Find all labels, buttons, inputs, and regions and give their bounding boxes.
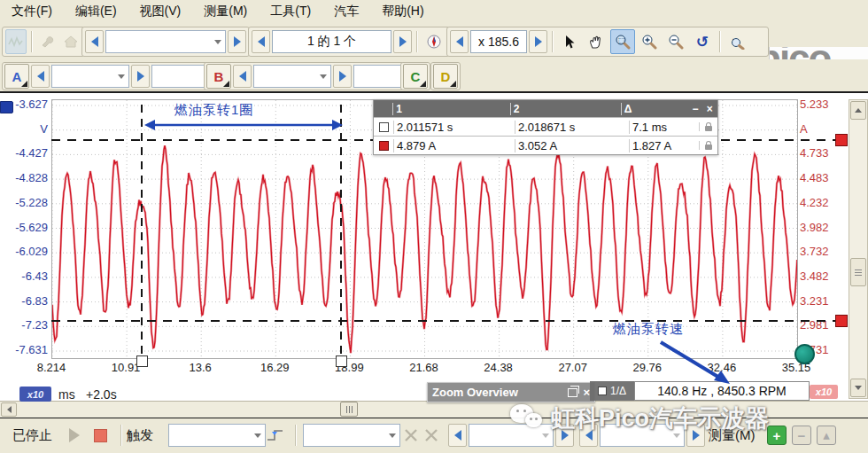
close-icon[interactable]: × bbox=[702, 103, 717, 115]
level-ruler-1-handle[interactable] bbox=[835, 134, 848, 146]
scroll-up-icon[interactable] bbox=[850, 101, 866, 120]
ruler-legend-table[interactable]: 1 2 Δ − × 2.011571 s 2.018671 s 7.1 ms 4… bbox=[373, 99, 718, 155]
vertical-scrollbar[interactable] bbox=[849, 99, 868, 399]
level-delta-value: 1.827 A bbox=[629, 139, 699, 152]
stop-button[interactable] bbox=[94, 424, 107, 447]
ruler-table-header: 1 2 Δ − × bbox=[374, 100, 717, 117]
channel-c-button[interactable]: C bbox=[403, 64, 428, 89]
menu-item[interactable]: 测量(M) bbox=[192, 4, 259, 20]
channel-d-group: D bbox=[430, 62, 461, 90]
hand-pan-tool-icon[interactable] bbox=[584, 29, 608, 54]
horizontal-zoom-icon[interactable]: ↔ bbox=[725, 29, 749, 54]
close-icon[interactable]: × bbox=[583, 386, 590, 399]
edit-measurement-button[interactable]: ▴ bbox=[817, 424, 836, 447]
prev-file-button[interactable] bbox=[85, 30, 104, 53]
time-ruler-2-handle[interactable] bbox=[336, 355, 347, 367]
watermark-text: 虹科Pico汽车示波器 bbox=[551, 402, 769, 434]
y-axis-label-left: -7.631 bbox=[0, 343, 48, 357]
waveform-view-icon[interactable] bbox=[5, 29, 27, 54]
marker-green-dot[interactable] bbox=[794, 344, 815, 364]
x-axis-label: 21.68 bbox=[396, 361, 453, 374]
prev-icon[interactable] bbox=[448, 424, 467, 447]
menu-item[interactable]: 文件(F) bbox=[0, 4, 64, 20]
undo-zoom-icon[interactable]: ↺ bbox=[690, 29, 715, 54]
zoom-tools-group: x 185.6 ⬚ ↺ ↔ bbox=[446, 27, 769, 57]
scroll-left-icon[interactable] bbox=[1, 402, 17, 417]
add-measurement-button[interactable]: + bbox=[767, 424, 787, 447]
menu-item[interactable]: 编辑(E) bbox=[64, 4, 128, 20]
restore-window-icon[interactable] bbox=[568, 388, 577, 397]
y-axis-label-right: 3.982 bbox=[800, 221, 841, 235]
vertical-scrollbar-thumb[interactable] bbox=[850, 258, 866, 286]
channel-b-button[interactable]: B bbox=[206, 64, 231, 89]
table-row-time: 2.011571 s 2.018671 s 7.1 ms bbox=[374, 117, 717, 136]
zoom-window-tool-icon[interactable]: ⬚ bbox=[610, 29, 635, 54]
y-axis-label-left: -7.23 bbox=[0, 318, 48, 332]
y-axis-label-right: 4.733 bbox=[800, 146, 841, 160]
channel-b-prev-range[interactable] bbox=[233, 65, 252, 88]
zoom-out-tool-icon[interactable] bbox=[663, 29, 688, 54]
scroll-down-icon[interactable] bbox=[850, 379, 866, 397]
channel-a-button[interactable]: A bbox=[4, 64, 29, 89]
menu-item[interactable]: 工具(T) bbox=[259, 4, 322, 20]
channel-d-button[interactable]: D bbox=[433, 64, 458, 89]
remove-measurement-button[interactable]: − bbox=[792, 424, 811, 447]
trigger-source-dropdown[interactable] bbox=[303, 424, 400, 447]
y-axis-label-left: -4.427 bbox=[0, 146, 48, 160]
home-icon[interactable] bbox=[60, 29, 81, 54]
channel-a-prev-range[interactable] bbox=[31, 65, 50, 88]
channel-b-range-dropdown[interactable] bbox=[253, 65, 331, 88]
menu-item[interactable]: 视图(V) bbox=[128, 4, 193, 20]
channel-a-next-range[interactable] bbox=[131, 65, 150, 88]
trigger-edge-icon[interactable] bbox=[266, 424, 285, 447]
x-axis-label: 35.15 bbox=[768, 361, 825, 374]
file-dropdown[interactable] bbox=[105, 30, 226, 53]
horizontal-scrollbar-grip[interactable] bbox=[340, 402, 358, 417]
scope-display-area: 燃油泵转1圈 燃油泵转速 1 2 Δ − × 2.011571 s 2 bbox=[0, 93, 868, 402]
zoom-factor-box: x 185.6 bbox=[470, 30, 527, 53]
channel-a-axis-marker[interactable] bbox=[0, 101, 13, 113]
lock-icon[interactable] bbox=[705, 144, 712, 150]
annotation-pump-speed: 燃油泵转速 bbox=[613, 321, 684, 338]
table-row-level: 4.879 A 3.052 A 1.827 A bbox=[374, 136, 717, 154]
time-delta-value: 7.1 ms bbox=[629, 121, 699, 134]
level-ruler-2[interactable] bbox=[51, 320, 846, 322]
y-scale-badge: x10 bbox=[810, 385, 838, 399]
compass-icon[interactable] bbox=[422, 29, 446, 54]
svg-text:⬚: ⬚ bbox=[618, 36, 625, 44]
y-axis-label-left: -5.228 bbox=[0, 196, 48, 210]
time-ruler-1-handle[interactable] bbox=[136, 355, 148, 367]
x-axis-label: 27.07 bbox=[545, 361, 601, 374]
zoom-in-tool-icon[interactable] bbox=[637, 29, 662, 54]
file-nav-group bbox=[81, 27, 250, 57]
ruler-col-delta-header: Δ bbox=[621, 103, 689, 115]
capture-status: 已停止 bbox=[12, 424, 52, 447]
menu-item[interactable]: 汽车 bbox=[322, 4, 370, 20]
level-ruler-2-handle[interactable] bbox=[835, 315, 848, 327]
pointer-tool-icon[interactable] bbox=[557, 29, 582, 54]
separator bbox=[118, 424, 124, 447]
next-file-button[interactable] bbox=[228, 30, 246, 53]
file-tools-group bbox=[2, 27, 85, 57]
y-axis-label-right: 3.231 bbox=[800, 294, 841, 309]
wrench-icon[interactable] bbox=[36, 29, 58, 54]
lock-icon[interactable] bbox=[705, 126, 712, 131]
channel-a-range-dropdown[interactable] bbox=[51, 65, 129, 88]
next-buffer-button[interactable] bbox=[393, 30, 412, 53]
zoom-out-step-button[interactable] bbox=[450, 30, 469, 53]
y-axis-label-left: -5.629 bbox=[0, 221, 48, 235]
watermark: 虹科Pico汽车示波器 bbox=[510, 398, 769, 439]
level-ruler-marker-icon bbox=[379, 141, 389, 151]
run-button[interactable] bbox=[69, 424, 80, 447]
ruler-marker-icon bbox=[598, 387, 607, 395]
wechat-icon bbox=[510, 404, 544, 433]
separator bbox=[416, 31, 417, 52]
minimize-icon[interactable]: − bbox=[688, 103, 701, 115]
zoom-in-step-button[interactable] bbox=[529, 30, 547, 53]
menu-item[interactable]: 帮助(H) bbox=[370, 4, 435, 20]
disabled-tool-icon bbox=[403, 424, 419, 447]
prev-buffer-button[interactable] bbox=[252, 30, 270, 53]
channel-b-next-range[interactable] bbox=[333, 65, 352, 88]
y-axis-label-left: -6.43 bbox=[0, 269, 48, 284]
trigger-mode-dropdown[interactable] bbox=[168, 424, 266, 447]
